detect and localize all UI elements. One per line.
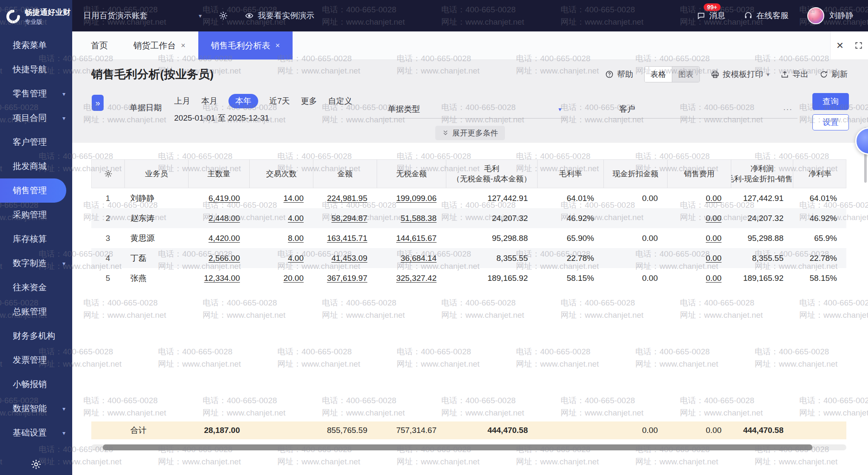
cell[interactable]: 0.00 [667,194,731,203]
cell[interactable]: 41,453.09 [313,254,377,263]
sidebar-item[interactable]: 总账管理 [0,300,72,324]
gear-icon[interactable] [104,170,113,178]
cell: 46.92% [793,214,846,223]
topbar: 日用百货演示账套 ▾ 我要看实例演示 99+ 消息 在线客服 刘静静 [72,0,868,31]
expand-more-button[interactable]: 展开更多条件 [435,126,505,140]
date-range-value[interactable]: 2025-01-01 至 2025-12-31 [174,113,269,124]
sidebar-item[interactable]: 往来资金 [0,275,72,300]
date-option[interactable]: 本年 [228,94,258,108]
cell[interactable]: 58,294.87 [313,214,377,223]
date-option[interactable]: 上月 [174,96,190,107]
sidebar-item[interactable]: 发票管理 [0,348,72,372]
messages-button[interactable]: 99+ 消息 [697,10,725,21]
cell: 0.00 [603,274,667,283]
cell[interactable]: 36,684.14 [377,254,446,263]
view-table-button[interactable]: 表格 [645,67,672,82]
cell[interactable]: 325,327.42 [377,274,446,283]
cell[interactable]: 12,334.00 [188,274,249,283]
sidebar-item[interactable]: 客户管理 [0,130,72,154]
sidebar-item[interactable]: 数字制造▾ [0,251,72,275]
cell[interactable]: 8.00 [249,234,313,243]
cell[interactable]: 0.00 [667,234,731,243]
sidebar-item[interactable]: 财务多机构 [0,324,72,348]
page-header: 销售毛利分析(按业务员) 帮助 表格 图表 按模板打印 ▾ 导出 [72,60,868,89]
cell[interactable]: 4.00 [249,214,313,223]
sidebar-item[interactable]: 数据智能▾ [0,396,72,421]
cell[interactable]: 144,615.67 [377,234,446,243]
tabbar: 首页销货工作台×销售毛利分析表× × [72,31,868,60]
customer-field[interactable]: 客户 ··· [612,100,798,119]
column-header: 净利润(毛利-现金折扣-销售费 [731,160,793,188]
sidebar-item[interactable]: 小畅报销 [0,372,72,396]
gear-icon[interactable] [31,459,42,470]
ellipsis-icon[interactable]: ··· [783,105,792,114]
cell[interactable]: 163,415.71 [313,234,377,243]
cell[interactable]: 2,448.00 [188,214,249,223]
fullscreen-icon[interactable] [849,31,868,59]
sidebar-item[interactable]: 零售管理▾ [0,82,72,106]
tab-close-icon[interactable]: × [276,41,280,50]
cell: 58.15% [537,274,603,283]
help-button[interactable]: 帮助 [605,69,633,80]
table-row: 3黄思源4,420.008.00163,415.71144,615.6795,2… [91,228,846,248]
cell[interactable]: 0.00 [667,274,731,283]
sidebar-item[interactable]: 采购管理 [0,203,72,227]
cell[interactable]: 51,588.38 [377,214,446,223]
chevron-down-icon: ▾ [62,260,65,267]
cell[interactable]: 224,981.95 [313,194,377,203]
sidebar-item[interactable]: 搜索菜单 [0,33,72,57]
tab-close-icon[interactable]: × [181,41,186,50]
cell: 24,207.32 [446,214,537,223]
gear-icon[interactable] [219,11,228,20]
tab[interactable]: 销售毛利分析表× [198,31,293,59]
cell[interactable]: 6,419.00 [188,194,249,203]
column-settings-header[interactable] [92,160,125,188]
cell: 8,355.55 [731,254,793,263]
demo-link[interactable]: 我要看实例演示 [245,10,314,21]
query-button[interactable]: 查询 [812,93,849,110]
cell[interactable]: 4.00 [249,254,313,263]
sidebar-item[interactable]: 库存核算 [0,227,72,251]
collapse-filter-button[interactable]: » [92,95,104,111]
refresh-button[interactable]: 刷新 [820,69,848,80]
settings-button[interactable]: 设置 [812,114,849,130]
tab[interactable]: 首页 [78,31,121,59]
sidebar-item[interactable]: 快捷导航 [0,57,72,82]
cell[interactable]: 2,566.00 [188,254,249,263]
sidebar-item[interactable]: 销售管理 [0,178,66,203]
cell[interactable]: 14.00 [249,194,313,203]
sidebar-item[interactable]: 基础设置▾ [0,421,72,445]
account-selector[interactable]: 日用百货演示账套 ▾ [83,10,202,21]
close-page-icon[interactable]: × [831,31,849,59]
date-option[interactable]: 自定义 [328,96,352,107]
date-option[interactable]: 近7天 [269,96,290,107]
headset-icon [744,11,752,20]
export-button[interactable]: 导出 [781,69,809,80]
print-button[interactable]: 按模板打印 ▾ [711,69,769,80]
sidebar-item-label: 客户管理 [13,136,47,148]
horizontal-scrollbar[interactable] [91,444,846,450]
tab-label: 销货工作台 [133,40,176,51]
cell[interactable]: 20.00 [249,274,313,283]
scrollbar-thumb[interactable] [103,444,812,450]
sidebar-item[interactable]: 批发商城 [0,154,72,178]
sidebar-item-label: 零售管理 [13,88,47,99]
cell[interactable]: 0.00 [667,254,731,263]
tab[interactable]: 销货工作台× [121,31,198,59]
view-chart-button[interactable]: 图表 [672,67,699,82]
cell[interactable]: 0.00 [667,214,731,223]
date-option[interactable]: 更多 [301,96,317,107]
cell[interactable]: 199,099.06 [377,194,446,203]
date-option[interactable]: 本月 [201,96,217,107]
column-header: 金额 [313,160,377,188]
support-button[interactable]: 在线客服 [744,10,789,21]
sidebar-item-label: 采购管理 [13,209,47,221]
sidebar-item[interactable]: 项目合同▾ [0,106,72,130]
cell[interactable]: 367,619.97 [313,274,377,283]
cell[interactable]: 4,420.00 [188,234,249,243]
user-menu[interactable]: 刘静静 [807,7,854,24]
cell: 24,207.32 [731,214,793,223]
total-cell: 0.00 [603,426,667,435]
doc-type-select[interactable]: 单据类型 ▾ [380,100,566,119]
table-row: 4丁磊2,566.004.0041,453.0936,684.148,355.5… [91,248,846,268]
